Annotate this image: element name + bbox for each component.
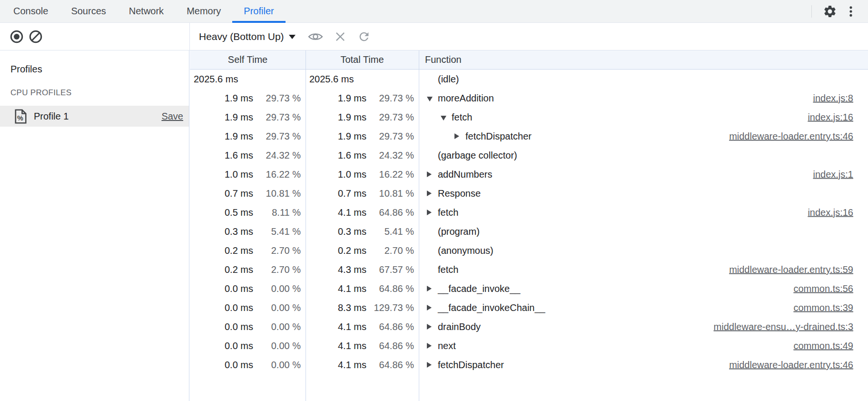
source-location-link[interactable]: middleware-ensu…y-drained.ts:3 (714, 321, 853, 332)
function-name: fetch (452, 112, 472, 123)
source-location-link[interactable]: middleware-loader.entry.ts:46 (729, 131, 853, 142)
column-divider (419, 50, 419, 401)
clear-profiles-button[interactable] (28, 29, 43, 44)
time-ms-value: 8.3 ms (338, 302, 366, 313)
devtools-profiler-panel: ConsoleSourcesNetworkMemoryProfiler (0, 0, 868, 401)
record-controls (0, 23, 189, 50)
grid-row[interactable]: 0.2 ms2.70 %4.3 ms67.57 %fetchmiddleware… (190, 260, 868, 279)
time-cell: 1.9 ms29.73 % (190, 89, 306, 108)
grid-row[interactable]: 0.7 ms10.81 %0.7 ms10.81 %Response (190, 184, 868, 203)
grid-row[interactable]: 2025.6 ms2025.6 ms(idle) (190, 70, 868, 89)
source-location-link[interactable]: index.js:16 (808, 207, 853, 218)
tab-memory[interactable]: Memory (175, 0, 232, 22)
tree-collapsed-arrow-icon[interactable] (454, 133, 465, 139)
devtools-tab-bar: ConsoleSourcesNetworkMemoryProfiler (0, 0, 868, 23)
function-name: drainBody (438, 321, 481, 332)
sidebar-title: Profiles (10, 63, 189, 75)
grid-row[interactable]: 1.9 ms29.73 %1.9 ms29.73 %fetchindex.js:… (190, 108, 868, 127)
function-name: (program) (438, 226, 480, 237)
time-cell: 1.9 ms29.73 % (190, 108, 306, 127)
time-percent-value: 0.00 % (253, 360, 301, 371)
time-ms-value: 4.1 ms (338, 321, 366, 332)
column-header-function[interactable]: Function (419, 50, 868, 69)
settings-button[interactable] (821, 3, 838, 20)
time-ms-value: 0.2 ms (338, 245, 366, 256)
tree-collapsed-arrow-icon[interactable] (427, 305, 438, 311)
time-percent-value: 64.86 % (366, 207, 414, 218)
tree-expanded-arrow-icon[interactable] (441, 114, 452, 120)
record-profile-button[interactable] (9, 29, 24, 44)
more-options-menu-button[interactable] (842, 3, 859, 20)
grid-row[interactable]: 0.0 ms0.00 %4.1 ms64.86 %nextcommon.ts:4… (190, 336, 868, 355)
time-percent-value: 0.00 % (253, 341, 301, 351)
time-ms-value: 0.2 ms (225, 264, 253, 275)
grid-row[interactable]: 0.0 ms0.00 %4.1 ms64.86 %fetchDispatcher… (190, 355, 868, 374)
source-location-link[interactable]: middleware-loader.entry.ts:59 (729, 264, 853, 275)
function-name: Response (438, 188, 481, 199)
time-ms-value: 0.3 ms (225, 226, 253, 237)
tree-collapsed-arrow-icon[interactable] (427, 210, 438, 215)
view-controls: Heavy (Bottom Up) (189, 23, 868, 50)
function-name: (garbage collector) (438, 150, 517, 161)
tree-collapsed-arrow-icon[interactable] (427, 190, 438, 196)
time-cell: 1.9 ms29.73 % (306, 89, 419, 108)
time-cell: 0.7 ms10.81 % (190, 184, 306, 203)
time-ms-value: 0.0 ms (225, 360, 253, 371)
focus-selected-button[interactable] (307, 28, 324, 45)
column-header-self-time[interactable]: Self Time (190, 50, 306, 69)
source-location-link[interactable]: index.js:8 (813, 93, 854, 104)
grid-row[interactable]: 1.9 ms29.73 %1.9 ms29.73 %fetchDispatche… (190, 127, 868, 146)
source-location-link[interactable]: common.ts:39 (793, 302, 853, 313)
tree-collapsed-arrow-icon[interactable] (427, 343, 438, 349)
function-cell: __facade_invoke__common.ts:56 (419, 279, 868, 298)
restore-all-refresh-button[interactable] (355, 28, 373, 45)
grid-row[interactable]: 0.3 ms5.41 %0.3 ms5.41 %(program) (190, 222, 868, 241)
grid-row[interactable]: 0.2 ms2.70 %0.2 ms2.70 %(anonymous) (190, 241, 868, 260)
profile-view-mode-select[interactable]: Heavy (Bottom Up) (199, 31, 296, 42)
chevron-down-icon (289, 35, 296, 39)
time-percent-value: 2.70 % (366, 245, 414, 256)
time-ms-value: 4.1 ms (338, 360, 366, 371)
tree-collapsed-arrow-icon[interactable] (427, 286, 438, 291)
save-profile-link[interactable]: Save (161, 111, 183, 122)
tab-sources[interactable]: Sources (59, 0, 117, 22)
tab-profiler[interactable]: Profiler (232, 0, 285, 22)
grid-row[interactable]: 0.0 ms0.00 %4.1 ms64.86 %drainBodymiddle… (190, 317, 868, 336)
tree-collapsed-arrow-icon[interactable] (427, 362, 438, 368)
function-cell: (program) (419, 222, 868, 241)
source-location-link[interactable]: middleware-loader.entry.ts:46 (729, 360, 853, 371)
time-percent-value: 29.73 % (253, 112, 301, 123)
close-icon (334, 30, 346, 43)
source-location-link[interactable]: common.ts:56 (793, 283, 853, 294)
source-location-link[interactable]: common.ts:49 (793, 341, 853, 351)
tab-console[interactable]: Console (2, 0, 59, 22)
exclude-selected-button[interactable] (332, 28, 349, 45)
source-location-link[interactable]: index.js:1 (813, 169, 854, 180)
tree-collapsed-arrow-icon[interactable] (427, 171, 438, 177)
time-cell: 4.1 ms64.86 % (306, 317, 419, 336)
time-percent-value: 29.73 % (366, 93, 414, 104)
time-ms-value: 0.0 ms (225, 341, 253, 351)
column-header-total-time[interactable]: Total Time (306, 50, 419, 69)
time-cell: 4.1 ms64.86 % (306, 355, 419, 374)
time-percent-value: 29.73 % (366, 112, 414, 123)
time-cell: 0.3 ms5.41 % (190, 222, 306, 241)
grid-row[interactable]: 0.5 ms8.11 %4.1 ms64.86 %fetchindex.js:1… (190, 203, 868, 222)
tree-expanded-arrow-icon[interactable] (427, 95, 438, 101)
grid-row[interactable]: 0.0 ms0.00 %4.1 ms64.86 %__facade_invoke… (190, 279, 868, 298)
grid-row[interactable]: 1.9 ms29.73 %1.9 ms29.73 %moreAdditionin… (190, 89, 868, 108)
grid-row[interactable]: 1.0 ms16.22 %1.0 ms16.22 %addNumbersinde… (190, 165, 868, 184)
time-percent-value: 0.00 % (253, 283, 301, 294)
time-ms-value: 4.1 ms (338, 207, 366, 218)
tree-collapsed-arrow-icon[interactable] (427, 324, 438, 330)
grid-row[interactable]: 0.0 ms0.00 %8.3 ms129.73 %__facade_invok… (190, 298, 868, 317)
profile-list-item[interactable]: % Profile 1 Save (0, 106, 189, 127)
function-name: next (438, 341, 456, 351)
grid-row[interactable]: 1.6 ms24.32 %1.6 ms24.32 %(garbage colle… (190, 146, 868, 165)
time-cell: 4.1 ms64.86 % (306, 203, 419, 222)
tab-network[interactable]: Network (118, 0, 175, 22)
time-ms-value: 0.0 ms (225, 302, 253, 313)
source-location-link[interactable]: index.js:16 (808, 112, 853, 123)
function-cell: Response (419, 184, 868, 203)
time-percent-value: 64.86 % (366, 283, 414, 294)
